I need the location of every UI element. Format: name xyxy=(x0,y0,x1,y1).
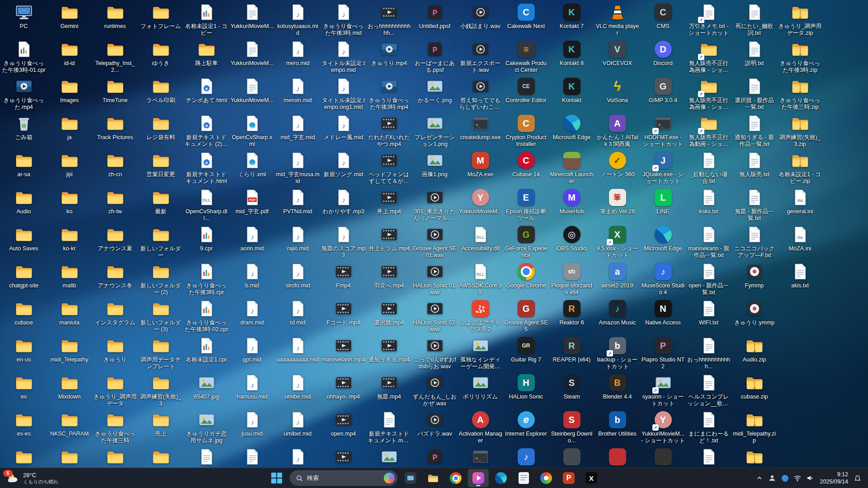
desktop-icon[interactable]: 説明.txt xyxy=(731,38,777,75)
desktop-icon[interactable]: Microsoft Edge xyxy=(549,112,594,149)
desktop-icon[interactable]: 調声練習(失敗)_3 xyxy=(138,371,184,408)
desktop-icon[interactable]: きゅうり食べった午後三時 xyxy=(92,408,138,446)
desktop-icon[interactable]: きゅうり食べった午後3時-01.cpr xyxy=(1,38,47,75)
desktop-icon[interactable]: SSteam xyxy=(549,371,594,408)
microsoft-edge-button[interactable] xyxy=(491,469,511,487)
desktop-icon[interactable]: ◎OBS Studio xyxy=(549,223,594,260)
desktop-icon[interactable]: ヘルスコンプレッション__歌詞.txt xyxy=(686,371,731,408)
desktop-icon[interactable]: 9.cpr xyxy=(184,223,229,260)
desktop-icon[interactable]: 丼上.mp4 xyxy=(366,186,412,223)
desktop-icon[interactable]: かるーく.png xyxy=(412,75,458,112)
desktop-icon[interactable]: OpenCvSharp.xml xyxy=(229,112,275,149)
desktop-icon[interactable]: MMuseHub xyxy=(549,186,594,223)
desktop-icon[interactable]: ko xyxy=(47,186,92,223)
desktop-icon[interactable]: ♪umibe.mid xyxy=(275,371,321,408)
desktop-icon[interactable]: ラベル印刷 xyxy=(138,75,184,112)
desktop-icon[interactable]: HALion Sonic 01.wav xyxy=(412,260,458,297)
desktop-icon[interactable]: きゅうり_調声用データ.zip xyxy=(777,1,823,38)
desktop-icon[interactable]: 選択肢 - 親作品一覧.txt xyxy=(731,75,777,112)
desktop-icon[interactable]: ♪MuseScore Studio 4 xyxy=(640,260,686,297)
desktop-icon[interactable]: 無題 - 親作品一覧.txt xyxy=(731,186,777,223)
desktop-icon[interactable]: ♪dram.mid xyxy=(229,297,275,334)
desktop-icon[interactable]: ≡Cakewalk Product Center xyxy=(503,38,549,75)
desktop-icon[interactable]: ↗無人販売不正行為画像 - ショートカット xyxy=(686,75,731,112)
desktop-icon[interactable]: akis.txt xyxy=(777,260,823,297)
wifi-icon[interactable] xyxy=(792,470,803,486)
desktop-icon[interactable]: YYukkuriMovieM... xyxy=(458,186,503,223)
desktop-icon[interactable]: GGroove Agent SE 5 xyxy=(503,297,549,334)
desktop-icon[interactable]: 路上駐車 xyxy=(184,38,229,75)
desktop-icon[interactable]: Auto Saves xyxy=(1,223,47,260)
desktop-icon[interactable]: Aかんたん！AITalk 3 関西風 xyxy=(594,112,640,149)
desktop-icon[interactable]: Audio xyxy=(1,186,47,223)
desktop-icon[interactable]: Google Chrome xyxy=(503,260,549,297)
desktop-icon[interactable]: MMoZA.exe xyxy=(458,149,503,186)
desktop-icon[interactable]: ✓ノートン 360 xyxy=(594,149,640,186)
desktop-icon[interactable]: 新しいフォルダー (3) xyxy=(138,297,184,334)
desktop-icon[interactable]: DLLAWSSDK.Core.dll xyxy=(458,260,503,297)
desktop-icon[interactable]: DLLOpenCvSharp.dll... xyxy=(184,186,229,223)
desktop-icon[interactable]: ja xyxy=(47,112,92,149)
desktop-icon[interactable]: NNative Access xyxy=(640,297,686,334)
desktop-icon[interactable]: 孤独なインディーゲーム開発者の一生... xyxy=(458,334,503,371)
desktop-icon[interactable]: インスタグラム xyxy=(92,297,138,334)
desktop-icon[interactable]: レジ袋有料 xyxy=(138,112,184,149)
desktop-icon[interactable]: アナウンス夏 xyxy=(92,223,138,260)
desktop-icon[interactable]: VVOICEVOX xyxy=(594,38,640,75)
desktop-icon[interactable]: ♪aorin.mid xyxy=(229,223,275,260)
desktop-icon[interactable]: RREAPER (x64) xyxy=(549,334,594,371)
desktop-icon[interactable]: ♪mero.mid xyxy=(275,38,321,75)
desktop-icon[interactable]: バズドラ.wav xyxy=(412,408,458,446)
desktop-icon[interactable]: 答え知ってでもらしずいわこれ.wav xyxy=(458,75,503,112)
desktop-icon[interactable]: Microsoft Edge xyxy=(640,223,686,260)
start-button[interactable] xyxy=(266,469,287,487)
desktop-icon[interactable]: Fymmp xyxy=(731,260,777,297)
desktop-icon[interactable]: ♪jusu.mid xyxy=(229,408,275,446)
desktop-icon[interactable]: 死にたい_幽歌詞.txt xyxy=(731,1,777,38)
desktop-icon[interactable]: e新規テキストドキュメント.html xyxy=(184,149,229,186)
desktop-icon[interactable]: ♪メドレー風.mid xyxy=(321,112,366,149)
desktop-icon[interactable]: Pおーばーまにある.ppsf xyxy=(412,38,458,75)
desktop-icon[interactable]: zh-cn xyxy=(92,149,138,186)
desktop-icon[interactable]: midi_Telepathy.zip xyxy=(731,408,777,446)
pink-media-app-button[interactable] xyxy=(468,469,489,487)
desktop-icon[interactable]: まにまにわーるど！.txt xyxy=(686,408,731,446)
volume-icon[interactable] xyxy=(804,470,816,486)
desktop-icon[interactable]: LLINE xyxy=(640,186,686,223)
notification-bell-icon[interactable] xyxy=(852,470,863,486)
desktop-icon[interactable]: ♪mid_字玄.mid xyxy=(275,112,321,149)
desktop-icon[interactable]: 新しいフォルダー (2) xyxy=(138,260,184,297)
desktop-icon[interactable]: きゅうりガチ恋用サムネ.jpg xyxy=(184,408,229,446)
desktop-icon[interactable]: きゅうり.ymmp xyxy=(731,297,777,334)
desktop-icon[interactable]: ♪わかりやす.mp3 xyxy=(321,186,366,223)
desktop-icon[interactable]: ♪meroin.mid xyxy=(275,75,321,112)
desktop-icon[interactable]: CEController Editor xyxy=(503,75,549,112)
desktop-icon[interactable]: _起動しない場合.txt xyxy=(686,149,731,186)
desktop-icon[interactable]: WIFI.txt xyxy=(686,297,731,334)
desktop-icon[interactable]: 通知うぎる.mp4 xyxy=(366,334,412,371)
desktop-icon[interactable]: ♪タイトル未設定.tempo.mid xyxy=(321,38,366,75)
desktop-icon[interactable]: ↗syasinn - ショートカット xyxy=(640,371,686,408)
desktop-icon[interactable]: ぷぷよぷよ™テトリス® 2 xyxy=(458,297,503,334)
desktop-icon[interactable]: CCakewalk Next xyxy=(503,1,549,38)
desktop-icon[interactable]: KKontakt xyxy=(549,75,594,112)
clock[interactable]: 9:12 2025/09/14 xyxy=(817,471,851,486)
desktop-icon[interactable]: 羽災へ.mp4 xyxy=(366,260,412,297)
desktop-icon[interactable]: ニコニコバックアップ—F.txt xyxy=(731,223,777,260)
desktop-icon[interactable]: cubase xyxy=(1,297,47,334)
desktop-icon[interactable]: ♪無題のスコア.mp3 xyxy=(321,223,366,260)
desktop-icon[interactable]: chatgpt-site xyxy=(1,260,47,297)
desktop-icon[interactable]: 選択肢.mp4 xyxy=(366,297,412,334)
desktop-icon[interactable]: きゅうり食べった午後3時.cpr xyxy=(184,260,229,297)
desktop-icon[interactable]: ohhayo-.mp4 xyxy=(321,371,366,408)
desktop-icon[interactable]: BBlender 4.4 xyxy=(594,371,640,408)
desktop-icon[interactable]: aairset2-2019 xyxy=(594,260,640,297)
desktop-icon[interactable]: eInternet Explorer xyxy=(503,408,549,446)
desktop-icon[interactable]: e新規テキストドキュメント (2).html xyxy=(184,112,229,149)
desktop-icon[interactable]: malib xyxy=(47,260,92,297)
desktop-icon[interactable]: YukkuriMovieM... xyxy=(229,75,275,112)
desktop-icon[interactable]: こっでoんdずおfdsbらお.wav xyxy=(412,334,458,371)
desktop-icon[interactable]: maniuta xyxy=(47,297,92,334)
desktop-icon[interactable]: cubase.zip xyxy=(731,371,777,408)
desktop-icon[interactable]: ar-sa xyxy=(1,149,47,186)
